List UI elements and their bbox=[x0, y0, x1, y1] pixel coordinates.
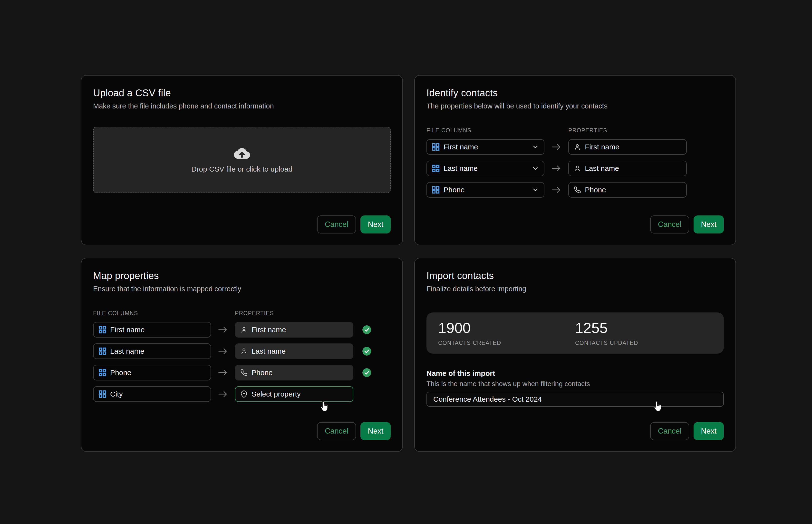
property-label: Last name bbox=[251, 347, 286, 355]
file-column-box-city: City bbox=[93, 386, 211, 402]
property-label: First name bbox=[251, 326, 286, 334]
page-title: Identify contacts bbox=[427, 87, 724, 99]
property-box-last-name[interactable]: Last name bbox=[568, 161, 687, 176]
grid-icon bbox=[432, 143, 440, 151]
file-column-label: First name bbox=[110, 326, 145, 334]
chevron-down-icon bbox=[532, 143, 539, 151]
page-title: Import contacts bbox=[427, 269, 724, 282]
arrow-right-icon bbox=[544, 185, 568, 195]
file-column-box-last-name: Last name bbox=[93, 343, 211, 359]
cancel-button[interactable]: Cancel bbox=[650, 422, 690, 440]
stat-value: 1255 bbox=[575, 321, 712, 335]
file-column-label: Phone bbox=[110, 369, 131, 377]
page-title: Map properties bbox=[93, 269, 391, 282]
identify-contacts-panel: Identify contacts The properties below w… bbox=[414, 75, 736, 245]
stat-value: 1900 bbox=[438, 321, 575, 335]
file-column-label: Last name bbox=[444, 164, 478, 173]
file-columns-header: FILE COLUMNS bbox=[427, 127, 544, 134]
next-button[interactable]: Next bbox=[361, 215, 391, 233]
mapping-row: Phone Phone bbox=[93, 365, 391, 380]
cancel-button[interactable]: Cancel bbox=[317, 215, 356, 233]
next-button[interactable]: Next bbox=[694, 422, 724, 440]
csv-dropzone[interactable]: Drop CSV file or click to upload bbox=[93, 127, 391, 193]
import-name-input[interactable] bbox=[427, 392, 724, 407]
cloud-upload-icon bbox=[234, 147, 250, 160]
property-label: Last name bbox=[585, 164, 619, 173]
grid-icon bbox=[98, 347, 106, 355]
mapping-row: City Select property bbox=[93, 386, 391, 402]
check-circle-icon bbox=[353, 325, 380, 334]
grid-icon bbox=[98, 390, 106, 398]
upload-csv-panel: Upload a CSV file Make sure the file inc… bbox=[81, 75, 403, 245]
dropzone-label: Drop CSV file or click to upload bbox=[191, 165, 293, 173]
file-columns-header: FILE COLUMNS bbox=[93, 310, 211, 316]
page-title: Upload a CSV file bbox=[93, 87, 391, 99]
grid-icon bbox=[432, 164, 440, 172]
grid-icon bbox=[98, 369, 106, 377]
panel-subtitle: Make sure the file includes phone and co… bbox=[93, 101, 391, 111]
phone-icon bbox=[574, 186, 581, 194]
property-select-city[interactable]: Select property bbox=[235, 386, 353, 402]
stat-contacts-created: 1900 CONTACTS CREATED bbox=[438, 321, 575, 346]
person-icon bbox=[574, 143, 581, 151]
phone-icon bbox=[240, 369, 248, 376]
grid-icon bbox=[432, 186, 440, 194]
properties-header: PROPERTIES bbox=[568, 127, 687, 134]
property-box-first-name[interactable]: First name bbox=[235, 322, 353, 338]
import-name-description: This is the name that shows up when filt… bbox=[427, 380, 724, 388]
import-name-label: Name of this import bbox=[427, 369, 724, 378]
file-column-box-first-name: First name bbox=[93, 322, 211, 338]
arrow-right-icon bbox=[211, 368, 235, 377]
property-label: First name bbox=[585, 143, 619, 151]
grid-icon bbox=[98, 326, 106, 334]
stat-contacts-updated: 1255 CONTACTS UPDATED bbox=[575, 321, 712, 346]
property-box-phone[interactable]: Phone bbox=[235, 365, 353, 380]
mapping-row: Phone Phone bbox=[427, 182, 724, 198]
chevron-down-icon bbox=[532, 186, 539, 194]
arrow-right-icon bbox=[211, 390, 235, 399]
stat-label: CONTACTS CREATED bbox=[438, 340, 575, 346]
person-icon bbox=[240, 347, 248, 355]
next-button[interactable]: Next bbox=[694, 215, 724, 233]
check-circle-icon bbox=[353, 347, 380, 356]
file-column-label: First name bbox=[444, 143, 478, 151]
arrow-right-icon bbox=[211, 347, 235, 356]
import-stats-card: 1900 CONTACTS CREATED 1255 CONTACTS UPDA… bbox=[427, 312, 724, 354]
location-pin-icon bbox=[240, 390, 248, 398]
map-properties-panel: Map properties Ensure that the informati… bbox=[81, 258, 403, 452]
file-column-label: Last name bbox=[110, 347, 144, 355]
panel-subtitle: Ensure that the information is mapped co… bbox=[93, 284, 391, 293]
properties-header: PROPERTIES bbox=[235, 310, 353, 316]
panel-subtitle: Finalize details before importing bbox=[427, 284, 724, 293]
mapping-row: First name First name bbox=[93, 322, 391, 338]
property-box-first-name[interactable]: First name bbox=[568, 139, 687, 155]
chevron-down-icon bbox=[532, 165, 539, 172]
import-contacts-panel: Import contacts Finalize details before … bbox=[414, 258, 736, 452]
property-box-phone[interactable]: Phone bbox=[568, 182, 687, 198]
stat-label: CONTACTS UPDATED bbox=[575, 340, 712, 346]
file-column-dropdown-first-name[interactable]: First name bbox=[427, 139, 544, 155]
property-label: Phone bbox=[251, 369, 273, 377]
file-column-dropdown-last-name[interactable]: Last name bbox=[427, 161, 544, 176]
file-column-label: City bbox=[110, 390, 123, 398]
next-button[interactable]: Next bbox=[361, 422, 391, 440]
panel-subtitle: The properties below will be used to ide… bbox=[427, 101, 724, 111]
arrow-right-icon bbox=[544, 164, 568, 173]
property-label: Select property bbox=[251, 390, 301, 398]
file-column-label: Phone bbox=[444, 186, 465, 194]
cancel-button[interactable]: Cancel bbox=[650, 215, 690, 233]
arrow-right-icon bbox=[544, 142, 568, 152]
arrow-right-icon bbox=[211, 325, 235, 334]
property-box-last-name[interactable]: Last name bbox=[235, 343, 353, 359]
person-icon bbox=[240, 326, 248, 333]
mapping-row: First name First name bbox=[427, 139, 724, 155]
property-label: Phone bbox=[585, 186, 606, 194]
check-circle-icon bbox=[353, 368, 380, 377]
mapping-row: Last name Last name bbox=[93, 343, 391, 359]
mapping-row: Last name Last name bbox=[427, 161, 724, 176]
person-icon bbox=[574, 165, 581, 172]
cancel-button[interactable]: Cancel bbox=[317, 422, 356, 440]
file-column-dropdown-phone[interactable]: Phone bbox=[427, 182, 544, 198]
file-column-box-phone: Phone bbox=[93, 365, 211, 380]
